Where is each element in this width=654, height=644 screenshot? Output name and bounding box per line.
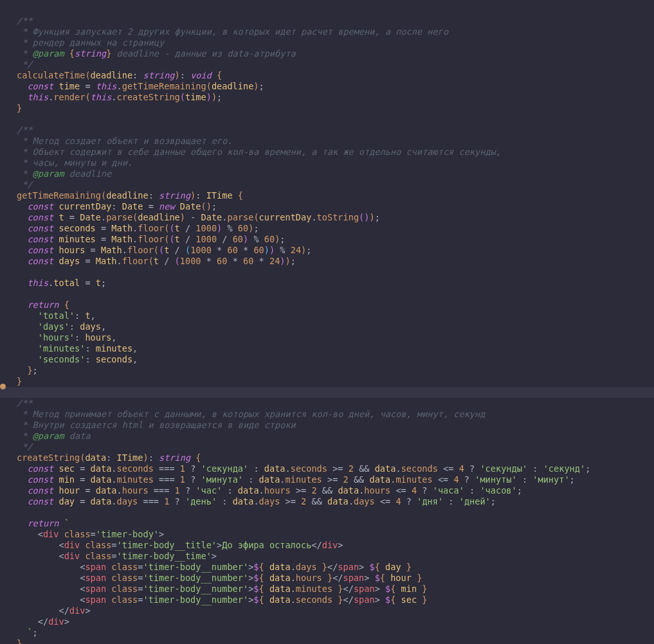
comment-line: * — [17, 168, 33, 179]
comment-line: * Функция запускает 2 других функции, в … — [17, 26, 448, 37]
comment-line: * Объект содержит в себе данные общего к… — [17, 147, 501, 157]
comment-line: /** — [17, 15, 33, 26]
jsdoc-param: @param — [33, 431, 64, 441]
method-name: getTimeRemaining — [17, 190, 101, 201]
code-editor-content[interactable]: /** * Функция запускает 2 других функции… — [9, 4, 590, 644]
comment-line: * Метод принимает объект с данными, в ко… — [17, 409, 485, 419]
comment-line: */ — [17, 59, 33, 69]
comment-line: * Внутри создается html и возвращается в… — [17, 420, 296, 430]
comment-line: * — [17, 48, 33, 58]
jsdoc-param: @param — [33, 48, 64, 58]
comment-line: /** — [17, 125, 33, 135]
comment-line: * рендер данных на страницу — [17, 37, 164, 48]
comment-line: */ — [17, 442, 33, 452]
editor-gutter — [0, 0, 9, 644]
comment-line: * — [17, 431, 33, 441]
comment-line: * часы, минуты и дни. — [17, 157, 132, 168]
method-name: createString — [17, 452, 80, 463]
comment-line: * Метод создает объект и возвращает его. — [17, 136, 233, 146]
jsdoc-param: @param — [33, 168, 64, 179]
method-name: calculateTime — [17, 70, 85, 80]
comment-line: */ — [17, 179, 33, 190]
comment-line: /** — [17, 398, 33, 408]
